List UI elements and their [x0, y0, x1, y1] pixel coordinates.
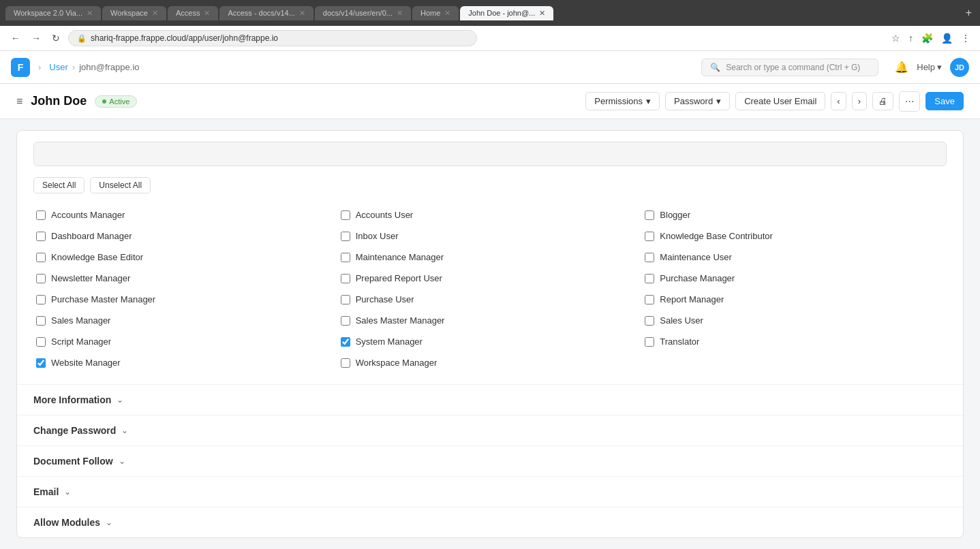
- checkbox-purchase-master-manager[interactable]: [36, 295, 46, 304]
- checkbox-system-manager[interactable]: [341, 337, 350, 347]
- checkbox-maintenance-manager[interactable]: [341, 253, 350, 262]
- checkbox-label-dashboard-manager[interactable]: Dashboard Manager: [51, 231, 132, 241]
- browser-tab-tab4[interactable]: Access - docs/v14...✕: [219, 6, 313, 20]
- next-button[interactable]: ›: [852, 92, 867, 110]
- section-allow-modules[interactable]: Allow Modules ⌄: [17, 507, 963, 537]
- browser-tab-tab7[interactable]: John Doe - john@...✕: [460, 6, 553, 20]
- unselect-all-button[interactable]: Unselect All: [90, 177, 151, 193]
- checkbox-label-workspace-manager[interactable]: Workspace Manager: [356, 358, 438, 368]
- browser-tab-tab1[interactable]: Workspace 2.0 Via...✕: [5, 6, 101, 20]
- address-field[interactable]: 🔒 shariq-frappe.frappe.cloud/app/user/jo…: [68, 30, 477, 46]
- address-bar: ← → ↻ 🔒 shariq-frappe.frappe.cloud/app/u…: [0, 26, 980, 51]
- checkbox-sales-master-manager[interactable]: [341, 316, 350, 326]
- password-button[interactable]: Password ▾: [665, 92, 730, 110]
- checkbox-label-purchase-manager[interactable]: Purchase Manager: [660, 273, 735, 283]
- tab-close-icon[interactable]: ✕: [204, 9, 210, 18]
- browser-tab-tab6[interactable]: Home✕: [412, 6, 459, 20]
- header-search[interactable]: 🔍 Search or type a command (Ctrl + G): [701, 59, 878, 76]
- checkbox-label-inbox-user[interactable]: Inbox User: [356, 231, 399, 241]
- checkbox-label-blogger[interactable]: Blogger: [660, 210, 690, 220]
- checkbox-item-sales-manager: Sales Manager: [33, 310, 338, 331]
- menu-icon[interactable]: ⋮: [960, 31, 972, 45]
- browser-tab-tab3[interactable]: Access✕: [168, 6, 218, 20]
- checkbox-accounts-manager[interactable]: [36, 210, 46, 220]
- checkbox-maintenance-user[interactable]: [645, 253, 654, 262]
- section-document-follow[interactable]: Document Follow ⌄: [17, 445, 963, 476]
- section-change-password[interactable]: Change Password ⌄: [17, 415, 963, 445]
- checkbox-label-report-manager[interactable]: Report Manager: [660, 294, 724, 304]
- tab-close-icon[interactable]: ✕: [87, 9, 93, 18]
- checkbox-label-maintenance-user[interactable]: Maintenance User: [660, 252, 732, 262]
- save-button[interactable]: Save: [925, 92, 964, 110]
- checkbox-label-system-manager[interactable]: System Manager: [356, 336, 423, 347]
- checkbox-script-manager[interactable]: [36, 337, 46, 347]
- tab-close-icon[interactable]: ✕: [152, 9, 158, 18]
- prev-button[interactable]: ‹: [831, 92, 846, 110]
- extensions-icon[interactable]: 🧩: [920, 31, 934, 45]
- lock-icon: 🔒: [77, 34, 87, 43]
- create-user-email-button[interactable]: Create User Email: [735, 92, 825, 110]
- profile-icon[interactable]: 👤: [940, 31, 954, 45]
- star-icon[interactable]: ☆: [890, 31, 902, 45]
- browser-tab-tab5[interactable]: docs/v14/user/en/0...✕: [315, 6, 411, 20]
- checkbox-sales-manager[interactable]: [36, 316, 46, 326]
- checkbox-dashboard-manager[interactable]: [36, 232, 46, 241]
- checkbox-knowledge-base-contributor[interactable]: [645, 232, 654, 241]
- checkbox-newsletter-manager[interactable]: [36, 274, 46, 283]
- checkbox-label-prepared-report-user[interactable]: Prepared Report User: [356, 273, 442, 283]
- checkbox-report-manager[interactable]: [645, 295, 654, 304]
- breadcrumb-user[interactable]: User: [49, 62, 67, 72]
- section-email[interactable]: Email ⌄: [17, 476, 963, 507]
- checkbox-inbox-user[interactable]: [341, 232, 350, 241]
- tab-close-icon[interactable]: ✕: [397, 9, 403, 18]
- back-button[interactable]: ←: [8, 31, 23, 45]
- checkbox-label-accounts-manager[interactable]: Accounts Manager: [51, 210, 125, 220]
- checkbox-label-sales-master-manager[interactable]: Sales Master Manager: [356, 315, 445, 326]
- checkbox-purchase-user[interactable]: [341, 295, 350, 304]
- chevron-down-icon: ⌄: [106, 518, 112, 527]
- checkbox-purchase-manager[interactable]: [645, 274, 654, 283]
- reload-button[interactable]: ↻: [49, 31, 63, 45]
- checkbox-item-accounts-manager: Accounts Manager: [33, 204, 338, 225]
- checkbox-label-sales-manager[interactable]: Sales Manager: [51, 315, 110, 326]
- tab-close-icon[interactable]: ✕: [444, 9, 450, 18]
- checkbox-label-purchase-master-manager[interactable]: Purchase Master Manager: [51, 294, 155, 304]
- select-all-button[interactable]: Select All: [33, 177, 85, 193]
- new-tab-button[interactable]: +: [963, 4, 975, 22]
- checkbox-prepared-report-user[interactable]: [341, 274, 350, 283]
- notifications-button[interactable]: 🔔: [895, 61, 908, 74]
- checkbox-label-knowledge-base-contributor[interactable]: Knowledge Base Contributor: [660, 231, 773, 241]
- checkbox-label-knowledge-base-editor[interactable]: Knowledge Base Editor: [51, 252, 143, 262]
- tab-close-icon[interactable]: ✕: [299, 9, 305, 18]
- user-avatar[interactable]: JD: [950, 58, 969, 77]
- checkbox-knowledge-base-editor[interactable]: [36, 253, 46, 262]
- checkbox-label-website-manager[interactable]: Website Manager: [51, 358, 121, 368]
- checkbox-label-maintenance-manager[interactable]: Maintenance Manager: [356, 252, 444, 262]
- checkbox-website-manager[interactable]: [36, 358, 46, 368]
- browser-tab-tab2[interactable]: Workspace✕: [102, 6, 166, 20]
- checkbox-sales-user[interactable]: [645, 316, 654, 326]
- share-icon[interactable]: ↑: [907, 31, 915, 45]
- checkbox-label-newsletter-manager[interactable]: Newsletter Manager: [51, 273, 130, 283]
- print-button[interactable]: 🖨: [872, 92, 893, 110]
- checkbox-workspace-manager[interactable]: [341, 358, 350, 368]
- checkbox-accounts-user[interactable]: [341, 210, 350, 220]
- checkbox-blogger[interactable]: [645, 210, 654, 220]
- checkbox-translator[interactable]: [645, 337, 654, 347]
- more-options-button[interactable]: ···: [899, 91, 920, 112]
- tab-label: Access: [176, 9, 200, 17]
- forward-button[interactable]: →: [29, 31, 44, 45]
- tab-close-icon[interactable]: ✕: [539, 9, 545, 18]
- checkbox-item-purchase-user: Purchase User: [338, 289, 643, 310]
- section-more-information[interactable]: More Information ⌄: [17, 384, 963, 415]
- permissions-button[interactable]: Permissions ▾: [585, 92, 660, 110]
- checkbox-label-script-manager[interactable]: Script Manager: [51, 336, 111, 347]
- checkbox-grid: Accounts Manager Accounts User Blogger D…: [17, 199, 963, 384]
- checkbox-label-translator[interactable]: Translator: [660, 336, 699, 347]
- checkbox-label-accounts-user[interactable]: Accounts User: [356, 210, 414, 220]
- roles-search-bar[interactable]: [33, 142, 947, 166]
- checkbox-label-sales-user[interactable]: Sales User: [660, 315, 703, 326]
- sidebar-toggle-icon[interactable]: ≡: [16, 95, 22, 108]
- checkbox-label-purchase-user[interactable]: Purchase User: [356, 294, 414, 304]
- help-button[interactable]: Help ▾: [917, 62, 942, 72]
